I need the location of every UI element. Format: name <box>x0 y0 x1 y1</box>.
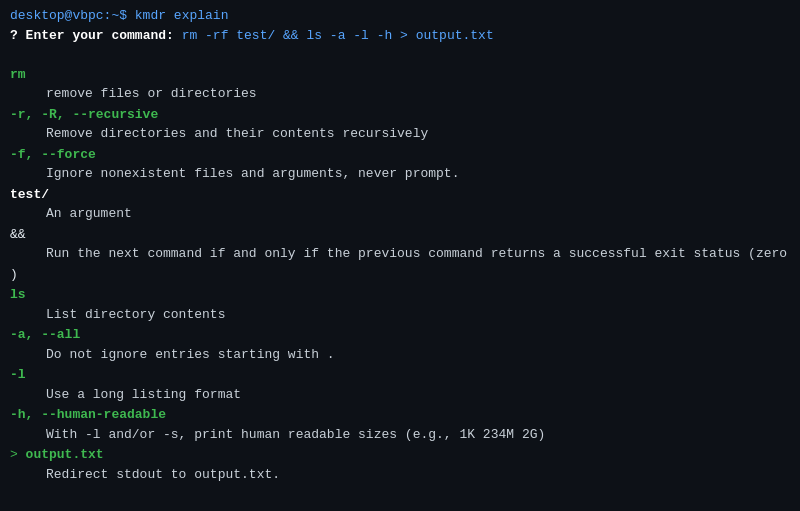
test-description: An argument <box>10 204 790 224</box>
shell-prompt-line: desktop@vbpc:~$ kmdr explain <box>10 6 790 26</box>
section-output: > output.txt Redirect stdout to output.t… <box>10 445 790 484</box>
section-ls: ls List directory contents <box>10 285 790 324</box>
section-recursive: -r, -R, --recursive Remove directories a… <box>10 105 790 144</box>
recursive-flag: -r, -R, --recursive <box>10 107 158 122</box>
ls-keyword: ls <box>10 287 26 302</box>
and-description: Run the next command if and only if the … <box>10 244 790 264</box>
section-long: -l Use a long listing format <box>10 365 790 404</box>
shell-prompt-text: desktop@vbpc:~$ kmdr explain <box>10 8 228 23</box>
long-description: Use a long listing format <box>10 385 790 405</box>
command-text: rm -rf test/ && ls -a -l -h > output.txt <box>182 28 494 43</box>
section-close-paren: ) <box>10 265 790 285</box>
test-keyword: test/ <box>10 187 49 202</box>
force-flag: -f, --force <box>10 147 96 162</box>
force-description: Ignore nonexistent files and arguments, … <box>10 164 790 184</box>
all-description: Do not ignore entries starting with . <box>10 345 790 365</box>
human-readable-description: With -l and/or -s, print human readable … <box>10 425 790 445</box>
recursive-description: Remove directories and their contents re… <box>10 124 790 144</box>
enter-command-label: Enter your command: <box>26 28 182 43</box>
human-readable-flag: -h, --human-readable <box>10 407 166 422</box>
ls-description: List directory contents <box>10 305 790 325</box>
question-mark: ? <box>10 28 26 43</box>
section-all: -a, --all Do not ignore entries starting… <box>10 325 790 364</box>
output-keyword: output.txt <box>26 447 104 462</box>
output-description: Redirect stdout to output.txt. <box>10 465 790 485</box>
redirect-arrow: > <box>10 447 26 462</box>
section-force: -f, --force Ignore nonexistent files and… <box>10 145 790 184</box>
long-flag: -l <box>10 367 26 382</box>
section-rm: rm remove files or directories <box>10 65 790 104</box>
all-flag: -a, --all <box>10 327 80 342</box>
section-test: test/ An argument <box>10 185 790 224</box>
section-and: && Run the next command if and only if t… <box>10 225 790 264</box>
enter-command-line: ? Enter your command: rm -rf test/ && ls… <box>10 26 790 46</box>
terminal: desktop@vbpc:~$ kmdr explain ? Enter you… <box>0 0 800 511</box>
rm-keyword: rm <box>10 67 26 82</box>
rm-description: remove files or directories <box>10 84 790 104</box>
and-keyword: && <box>10 227 26 242</box>
section-human-readable: -h, --human-readable With -l and/or -s, … <box>10 405 790 444</box>
close-paren: ) <box>10 267 18 282</box>
